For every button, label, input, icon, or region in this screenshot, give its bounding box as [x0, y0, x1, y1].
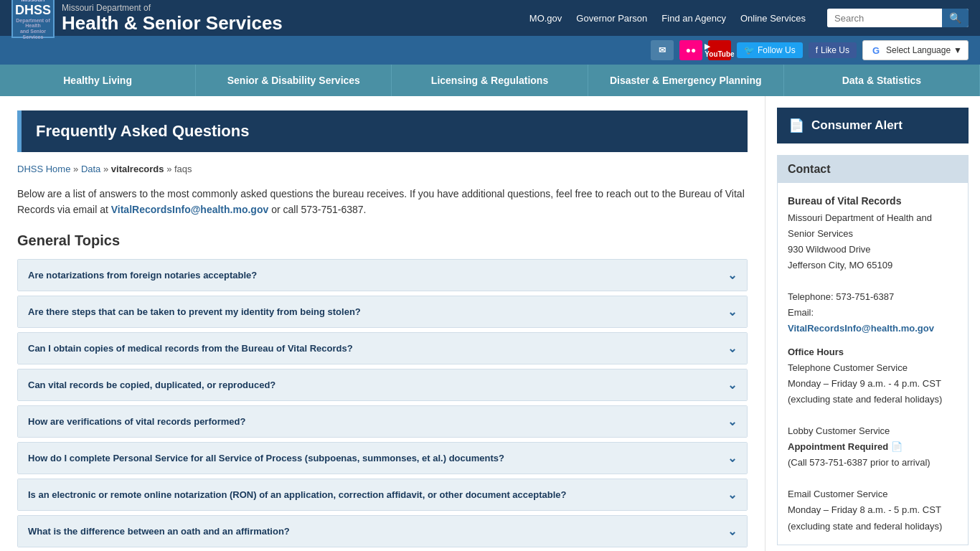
- sidebar: 📄 Consumer Alert Contact Bureau of Vital…: [765, 96, 980, 551]
- email-line: Email: VitalRecordsInfo@health.mo.gov: [788, 305, 958, 336]
- faq-list: Are notarizations from foreign notaries …: [17, 259, 748, 547]
- email-icon[interactable]: ✉: [651, 40, 674, 60]
- logo-area: Missouri DHSS Department of Healthand Se…: [11, 0, 283, 38]
- governor-link[interactable]: Governor Parson: [576, 13, 647, 24]
- faq-item: How do I complete Personal Service for a…: [17, 442, 748, 474]
- email-service-hours: Monday – Friday 8 a.m. - 5 p.m. CST: [788, 502, 958, 518]
- flickr-icon[interactable]: ●●: [679, 40, 702, 60]
- search-button[interactable]: 🔍: [942, 9, 969, 27]
- language-selector[interactable]: G Select Language ▼: [862, 40, 969, 60]
- facebook-icon: f: [816, 45, 818, 55]
- email-service-note: (excluding state and federal holidays): [788, 519, 958, 534]
- section-heading: General Topics: [17, 232, 748, 249]
- phone-service-hours: Monday – Friday 9 a.m. - 4 p.m. CST: [788, 376, 958, 392]
- nav-senior-disability[interactable]: Senior & Disability Services: [196, 65, 392, 96]
- office-hours-title: Office Hours: [788, 344, 958, 360]
- nav-licensing[interactable]: Licensing & Regulations: [392, 65, 588, 96]
- chevron-down-icon: ⌄: [727, 451, 737, 465]
- faq-personal-service[interactable]: How do I complete Personal Service for a…: [18, 443, 747, 474]
- nav-disaster[interactable]: Disaster & Emergency Planning: [588, 65, 784, 96]
- dept-line: Missouri Department of: [62, 3, 283, 13]
- phone-service-note: (excluding state and federal holidays): [788, 392, 958, 408]
- breadcrumb-data[interactable]: Data: [81, 164, 100, 174]
- faq-item: Is an electronic or remote online notari…: [17, 479, 748, 511]
- faq-oath-affirmation[interactable]: What is the difference between an oath a…: [18, 516, 747, 547]
- consumer-alert-label: Consumer Alert: [811, 118, 903, 133]
- faq-verifications[interactable]: How are verifications of vital records p…: [18, 406, 747, 437]
- faq-item: What is the difference between an oath a…: [17, 515, 748, 547]
- email-link[interactable]: VitalRecordsInfo@health.mo.gov: [111, 204, 269, 215]
- facebook-like-button[interactable]: f Like Us: [809, 42, 857, 58]
- lobby-service-title: Lobby Customer Service: [788, 423, 958, 439]
- faq-item: Can vital records be copied, duplicated,…: [17, 369, 748, 401]
- twitter-icon: 🐦: [744, 45, 755, 55]
- alert-icon: 📄: [788, 118, 804, 133]
- address-line3: Jefferson City, MO 65109: [788, 258, 958, 273]
- main-area: Frequently Asked Questions DHSS Home » D…: [0, 96, 765, 551]
- faq-copied-duplicated[interactable]: Can vital records be copied, duplicated,…: [18, 369, 747, 400]
- site-title: Health & Senior Services: [62, 13, 283, 34]
- online-services-link[interactable]: Online Services: [740, 13, 806, 24]
- address-line1: Missouri Department of Health and Senior…: [788, 210, 958, 242]
- email-service-title: Email Customer Service: [788, 486, 958, 502]
- nav-data-stats[interactable]: Data & Statistics: [784, 65, 980, 96]
- chevron-down-icon: ⌄: [727, 342, 737, 355]
- chevron-down-icon: ⌄: [727, 305, 737, 319]
- faq-item: How are verifications of vital records p…: [17, 405, 748, 438]
- breadcrumb-home[interactable]: DHSS Home: [17, 164, 70, 174]
- address-line2: 930 Wildwood Drive: [788, 242, 958, 258]
- chevron-down-icon: ⌄: [727, 524, 737, 538]
- find-agency-link[interactable]: Find an Agency: [661, 13, 726, 24]
- faq-foreign-notaries[interactable]: Are notarizations from foreign notaries …: [18, 260, 747, 291]
- mo-gov-link[interactable]: MO.gov: [529, 13, 562, 24]
- chevron-down-icon: ⌄: [727, 415, 737, 428]
- top-nav: MO.gov Governor Parson Find an Agency On…: [529, 9, 969, 27]
- search-input[interactable]: [827, 9, 942, 27]
- search-bar: 🔍: [827, 9, 969, 27]
- appt-required: Appointment Required 📄: [788, 439, 958, 455]
- dropdown-arrow-icon: ▼: [953, 45, 962, 55]
- chevron-down-icon: ⌄: [727, 268, 737, 282]
- bureau-name: Bureau of Vital Records: [788, 193, 958, 210]
- breadcrumb-current: faqs: [174, 164, 192, 174]
- breadcrumb: DHSS Home » Data » vitalrecords » faqs: [17, 164, 748, 174]
- chevron-down-icon: ⌄: [727, 378, 737, 392]
- chevron-down-icon: ⌄: [727, 488, 737, 501]
- faq-item: Are there steps that can be taken to pre…: [17, 296, 748, 328]
- breadcrumb-vitalrecords: vitalrecords: [111, 164, 164, 174]
- pdf-icon: 📄: [891, 441, 903, 452]
- faq-medical-records[interactable]: Can I obtain copies of medical records f…: [18, 333, 747, 364]
- faq-identity-stolen[interactable]: Are there steps that can be taken to pre…: [18, 296, 747, 327]
- contact-box: Contact Bureau of Vital Records Missouri…: [777, 155, 969, 545]
- social-bar: ✉ ●● ▶ YouTube 🐦 Follow Us f Like Us G S…: [0, 36, 980, 65]
- twitter-follow-button[interactable]: 🐦 Follow Us: [737, 42, 803, 58]
- page-content: Frequently Asked Questions DHSS Home » D…: [0, 96, 980, 551]
- contact-heading: Contact: [778, 156, 968, 183]
- logo-text: Missouri Department of Health & Senior S…: [62, 3, 283, 34]
- contact-body: Bureau of Vital Records Missouri Departm…: [778, 183, 968, 545]
- phone-service-title: Telephone Customer Service: [788, 360, 958, 376]
- appt-call: (Call 573-751-6387 prior to arrival): [788, 455, 958, 471]
- contact-email-link[interactable]: VitalRecordsInfo@health.mo.gov: [788, 323, 934, 334]
- faq-electronic-notarization[interactable]: Is an electronic or remote online notari…: [18, 479, 747, 510]
- page-title: Frequently Asked Questions: [17, 110, 748, 152]
- dhss-logo: Missouri DHSS Department of Healthand Se…: [11, 0, 55, 38]
- youtube-icon[interactable]: ▶ YouTube: [708, 40, 731, 60]
- telephone-line: Telephone: 573-751-6387: [788, 289, 958, 305]
- intro-text: Below are a list of answers to the most …: [17, 186, 748, 218]
- faq-item: Can I obtain copies of medical records f…: [17, 332, 748, 364]
- main-navigation: Healthy Living Senior & Disability Servi…: [0, 65, 980, 96]
- consumer-alert-box: 📄 Consumer Alert: [777, 108, 969, 143]
- faq-item: Are notarizations from foreign notaries …: [17, 259, 748, 291]
- nav-healthy-living[interactable]: Healthy Living: [0, 65, 196, 96]
- google-icon: G: [869, 43, 883, 57]
